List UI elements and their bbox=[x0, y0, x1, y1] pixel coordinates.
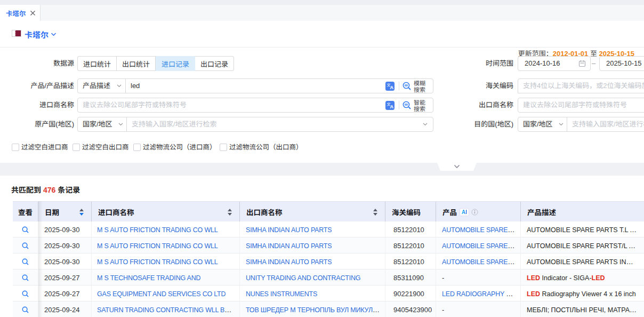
svg-text:A: A bbox=[390, 104, 394, 109]
svg-text:A: A bbox=[390, 85, 394, 90]
